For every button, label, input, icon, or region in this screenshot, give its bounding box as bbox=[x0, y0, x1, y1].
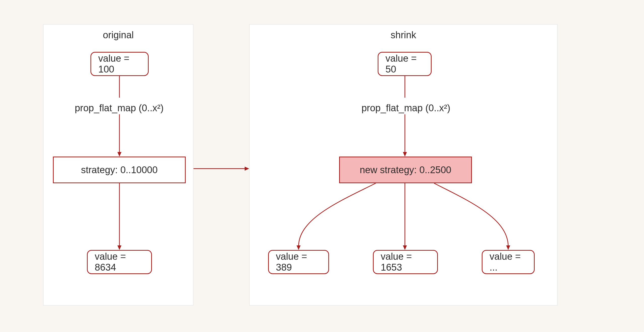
svg-marker-11 bbox=[506, 245, 510, 250]
node-label: value = 50 bbox=[385, 53, 424, 75]
svg-marker-2 bbox=[117, 152, 121, 157]
svg-marker-10 bbox=[403, 245, 407, 250]
edge-label-left: prop_flat_map (0..x²) bbox=[64, 103, 175, 114]
node-value-2: value = 1653 bbox=[373, 250, 438, 274]
node-label: value = ... bbox=[490, 251, 527, 273]
panel-title-shrink: shrink bbox=[250, 30, 557, 41]
node-value-1: value = 389 bbox=[268, 250, 329, 274]
panel-original: original value = 100 prop_flat_map (0..x… bbox=[43, 24, 194, 306]
node-label: value = 1653 bbox=[381, 251, 430, 273]
svg-marker-7 bbox=[403, 152, 407, 157]
node-strategy-right: new strategy: 0..2500 bbox=[339, 157, 472, 183]
panel-title-original: original bbox=[44, 30, 193, 41]
node-value-3: value = ... bbox=[482, 250, 535, 274]
node-strategy-left: strategy: 0..10000 bbox=[53, 157, 186, 183]
node-label: new strategy: 0..2500 bbox=[360, 165, 451, 175]
node-label: value = 8634 bbox=[95, 251, 144, 273]
svg-marker-4 bbox=[117, 245, 121, 250]
panel-shrink: shrink value = 50 prop_flat_map (0..x²) … bbox=[249, 24, 558, 306]
node-value-bottom-left: value = 8634 bbox=[87, 250, 152, 274]
svg-marker-8 bbox=[297, 245, 301, 250]
node-label: value = 389 bbox=[276, 251, 321, 273]
node-label: value = 100 bbox=[98, 53, 141, 75]
node-label: strategy: 0..10000 bbox=[81, 165, 157, 175]
svg-marker-13 bbox=[245, 167, 249, 171]
node-value-top-right: value = 50 bbox=[378, 52, 432, 76]
edge-label-right: prop_flat_map (0..x²) bbox=[350, 103, 461, 114]
node-value-top-left: value = 100 bbox=[90, 52, 149, 76]
